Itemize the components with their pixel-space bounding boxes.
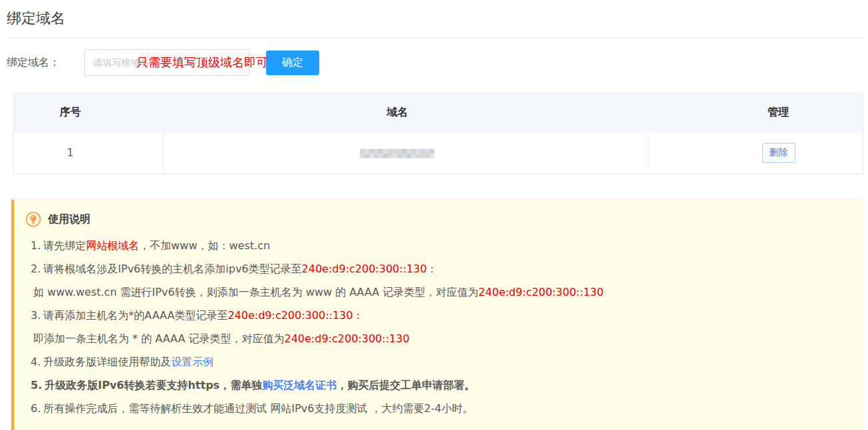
row-domain-cell (164, 133, 649, 174)
row-index-cell: 1 (14, 133, 164, 174)
notice-item-number: 3. (31, 309, 41, 322)
page-title: 绑定域名 (0, 0, 868, 29)
notice-item-line: 即添加一条主机名为 * 的 AAAA 记录类型，对应值为240e:d9:c200… (25, 327, 849, 350)
notice-text: 请再添加主机名为*的AAAA类型记录至 (43, 309, 227, 322)
notice-text: 请先绑定 (43, 239, 86, 252)
notice-text: 240e:d9:c200:300::130： (227, 309, 363, 322)
notice-title: 使用说明 (48, 213, 90, 227)
lightbulb-icon (25, 211, 41, 227)
notice-link[interactable]: 购买泛域名证书 (262, 379, 337, 391)
notice-text: 升级政务版详细使用帮助及 (43, 356, 171, 368)
bind-domain-form: 绑定域名： 只需要填写顶级域名即可 确定 (7, 49, 868, 76)
notice-item-line: 如 www.west.cn 需进行IPv6转换，则添加一条主机名为 www 的 … (25, 280, 849, 304)
delete-button[interactable]: 删除 (762, 143, 796, 163)
notice-item-number: 5. (31, 379, 42, 391)
notice-item-line: 5.升级政务版IPv6转换若要支持https，需单独购买泛域名证书，购买后提交工… (25, 374, 849, 397)
notice-item-line: 3.请再添加主机名为*的AAAA类型记录至240e:d9:c200:300::1… (25, 304, 849, 327)
notice-item-line: 1.请先绑定网站根域名，不加www，如：west.cn (25, 234, 849, 257)
notice-item-line: 2.请将根域名涉及IPv6转换的主机名添加ipv6类型记录至240e:d9:c2… (25, 257, 849, 280)
domain-input[interactable] (84, 49, 249, 76)
notice-text: 所有操作完成后，需等待解析生效才能通过测试 网站IPv6支持度测试 ，大约需要2… (43, 402, 473, 415)
notice-item-number: 1. (31, 239, 41, 252)
notice-item-number: 4. (31, 356, 41, 368)
notice-header: 使用说明 (25, 211, 849, 227)
domain-redacted-mosaic (360, 149, 435, 158)
column-header-domain: 域名 (164, 93, 649, 133)
notice-text: 网站根域名 (86, 239, 139, 252)
notice-text: 如 www.west.cn 需进行IPv6转换，则添加一条主机名为 www 的 … (33, 286, 478, 298)
confirm-button[interactable]: 确定 (266, 51, 319, 75)
row-manage-cell: 删除 (649, 133, 863, 174)
notice-text: 240e:d9:c200:300::130 (478, 286, 603, 298)
notice-item-number: 2. (31, 263, 41, 275)
notice-text: 240e:d9:c200:300::130 (284, 332, 409, 345)
bind-domain-label: 绑定域名： (7, 56, 84, 70)
table-header-row: 序号 域名 管理 (14, 93, 863, 133)
table-row: 1 删除 (14, 133, 863, 174)
notice-text: 即添加一条主机名为 * 的 AAAA 记录类型，对应值为 (33, 332, 284, 345)
usage-notice-panel: 使用说明 1.请先绑定网站根域名，不加www，如：west.cn2.请将根域名涉… (11, 199, 863, 430)
notice-text: ，不加www，如：west.cn (139, 239, 270, 252)
column-header-manage: 管理 (649, 93, 863, 133)
notice-item-line: 6.所有操作完成后，需等待解析生效才能通过测试 网站IPv6支持度测试 ，大约需… (25, 397, 849, 420)
header-divider (7, 37, 863, 38)
notice-item-line: 4.升级政务版详细使用帮助及设置示例 (25, 350, 849, 374)
notice-link[interactable]: 设置示例 (171, 356, 214, 368)
bound-domains-table: 序号 域名 管理 1 删除 (13, 92, 863, 174)
notice-text: 升级政务版IPv6转换若要支持https，需单独 (45, 379, 262, 391)
notice-text: 240e:d9:c200:300::130： (302, 263, 438, 275)
notice-text: 请将根域名涉及IPv6转换的主机名添加ipv6类型记录至 (43, 263, 301, 275)
page-header: 绑定域名 (0, 0, 868, 38)
notice-text: ，购买后提交工单申请部署。 (337, 379, 475, 391)
notice-item-number: 6. (31, 402, 41, 415)
column-header-index: 序号 (14, 93, 164, 133)
notice-list: 1.请先绑定网站根域名，不加www，如：west.cn2.请将根域名涉及IPv6… (25, 234, 849, 420)
